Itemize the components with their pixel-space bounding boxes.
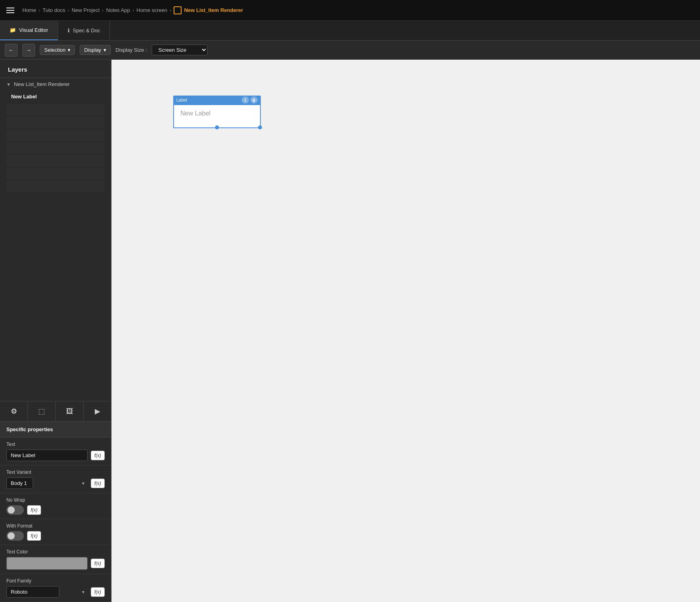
layer-placeholder-5 — [6, 155, 105, 166]
redo-button[interactable]: → — [22, 44, 35, 57]
layer-placeholder-2 — [6, 117, 105, 128]
prop-text-input-row: f(x) — [6, 450, 105, 461]
widget-info-icon[interactable]: ℹ — [242, 96, 249, 104]
resize-handle-bottom[interactable] — [215, 125, 219, 129]
sep-2: › — [68, 7, 69, 13]
sep-4: › — [132, 7, 134, 13]
text-variant-fx-button[interactable]: f(x) — [91, 479, 105, 488]
prop-text-label: Text — [6, 442, 105, 447]
left-panel: Layers ▼ New List_Item Renderer New Labe… — [0, 60, 111, 602]
selection-group: Selection ▾ — [40, 45, 75, 55]
main-layout: Layers ▼ New List_Item Renderer New Labe… — [0, 60, 700, 602]
hamburger-menu[interactable] — [6, 8, 14, 13]
font-family-select-wrapper: Roboto Arial Helvetica Georgia Times New… — [6, 586, 88, 598]
breadcrumb-project[interactable]: New Project — [72, 7, 100, 13]
layer-root-label: New List_Item Renderer — [14, 81, 70, 87]
layer-placeholder-4 — [6, 143, 105, 154]
breadcrumb-active-label: New List_Item Renderer — [184, 7, 243, 13]
image-panel-icon[interactable]: 🖼 — [56, 401, 84, 421]
prop-text-row: Text f(x) — [0, 438, 111, 465]
layers-header: Layers — [0, 60, 111, 78]
widget-content[interactable]: New Label — [173, 104, 261, 128]
breadcrumb-home-screen[interactable]: Home screen — [137, 7, 167, 13]
widget-tag-text: Label — [176, 98, 187, 102]
breadcrumb-home[interactable]: Home — [22, 7, 36, 13]
font-family-fx-button[interactable]: f(x) — [91, 587, 105, 597]
canvas-area[interactable]: Label ℹ 🗑 New Label — [111, 60, 700, 602]
breadcrumb-active: New List_Item Renderer — [174, 6, 243, 14]
tab-bar: 📁 Visual Editor ℹ Spec & Doc — [0, 21, 700, 41]
display-chevron-icon: ▾ — [104, 47, 106, 53]
layer-placeholder-3 — [6, 130, 105, 141]
breadcrumb-notes[interactable]: Notes App — [106, 7, 130, 13]
top-nav: Home › Tuto docs › New Project › Notes A… — [0, 0, 700, 21]
folder-icon: 📁 — [10, 27, 16, 33]
prop-font-family-row: Font Family Roboto Arial Helvetica Georg… — [0, 574, 111, 602]
text-fx-button[interactable]: f(x) — [91, 451, 105, 460]
sep-5: › — [170, 7, 171, 13]
tab-spec-doc[interactable]: ℹ Spec & Doc — [58, 21, 110, 40]
layer-placeholder-1 — [6, 104, 105, 115]
text-color-swatch[interactable] — [6, 557, 88, 570]
layer-placeholder-7 — [6, 181, 105, 192]
sep-1: › — [39, 7, 40, 13]
layer-placeholder-6 — [6, 168, 105, 179]
prop-text-variant-row: Text Variant Body 1 Body 2 H1 H2 Caption… — [0, 465, 111, 493]
prop-with-format-input-row: f(x) — [6, 531, 105, 541]
layer-item-new-label[interactable]: New Label — [0, 90, 111, 103]
text-variant-select-wrapper: Body 1 Body 2 H1 H2 Caption — [6, 477, 88, 489]
prop-no-wrap-input-row: f(x) — [6, 505, 105, 515]
text-variant-select[interactable]: Body 1 Body 2 H1 H2 Caption — [6, 477, 33, 489]
prop-font-family-label: Font Family — [6, 578, 105, 584]
selection-label: Selection — [44, 47, 65, 53]
prop-font-family-input-row: Roboto Arial Helvetica Georgia Times New… — [6, 586, 105, 598]
display-button[interactable]: Display ▾ — [80, 45, 111, 55]
play-panel-icon[interactable]: ▶ — [84, 401, 111, 421]
widget-delete-icon[interactable]: 🗑 — [250, 96, 258, 104]
layer-child-label: New Label — [11, 94, 37, 100]
breadcrumb-tuto[interactable]: Tuto docs — [43, 7, 65, 13]
info-icon: ℹ — [68, 27, 70, 33]
panel-icons: ⚙ ⬚ 🖼 ▶ — [0, 401, 111, 422]
selection-button[interactable]: Selection ▾ — [40, 45, 75, 55]
widget-content-text: New Label — [180, 110, 211, 117]
prop-with-format-row: With Format f(x) — [0, 519, 111, 545]
with-format-slider — [6, 531, 24, 541]
toolbar: ← → Selection ▾ Display ▾ Display Size :… — [0, 41, 700, 60]
no-wrap-toggle[interactable] — [6, 505, 24, 515]
prop-text-variant-input-row: Body 1 Body 2 H1 H2 Caption f(x) — [6, 477, 105, 489]
display-size-select[interactable]: Screen Size Mobile Tablet Desktop — [152, 45, 207, 55]
prop-text-color-row: Text Color f(x) — [0, 545, 111, 574]
tab-spec-doc-label: Spec & Doc — [73, 27, 100, 33]
text-input[interactable] — [6, 450, 88, 461]
selection-chevron-icon: ▾ — [68, 47, 70, 53]
widget-label-tag: Label ℹ 🗑 — [173, 96, 261, 104]
with-format-toggle[interactable] — [6, 531, 24, 541]
display-size-label: Display Size : — [115, 47, 147, 53]
tag-actions: ℹ 🗑 — [242, 96, 258, 104]
sep-3: › — [102, 7, 104, 13]
settings-panel-icon[interactable]: ⚙ — [0, 401, 28, 421]
canvas-widget-wrapper: Label ℹ 🗑 New Label — [173, 96, 261, 128]
page-icon — [174, 6, 182, 14]
no-wrap-fx-button[interactable]: f(x) — [27, 505, 41, 515]
text-color-fx-button[interactable]: f(x) — [91, 559, 105, 568]
font-family-select[interactable]: Roboto Arial Helvetica Georgia Times New… — [6, 586, 59, 598]
display-label: Display — [84, 47, 101, 53]
prop-no-wrap-row: No Wrap f(x) — [0, 493, 111, 519]
resize-handle-corner[interactable] — [258, 125, 262, 129]
prop-with-format-label: With Format — [6, 523, 105, 529]
breadcrumb: Home › Tuto docs › New Project › Notes A… — [22, 6, 243, 14]
layer-item-root[interactable]: ▼ New List_Item Renderer — [0, 78, 111, 90]
layer-arrow-icon: ▼ — [6, 82, 11, 87]
cursor-panel-icon[interactable]: ⬚ — [28, 401, 56, 421]
prop-no-wrap-label: No Wrap — [6, 497, 105, 503]
no-wrap-slider — [6, 505, 24, 515]
tab-visual-editor[interactable]: 📁 Visual Editor — [0, 21, 58, 40]
undo-button[interactable]: ← — [5, 44, 18, 57]
tab-visual-editor-label: Visual Editor — [19, 27, 48, 33]
display-group: Display ▾ — [80, 45, 111, 55]
prop-text-color-input-row: f(x) — [6, 557, 105, 570]
with-format-fx-button[interactable]: f(x) — [27, 531, 41, 541]
properties-panel: Specific properties Text f(x) Text Varia… — [0, 422, 111, 602]
